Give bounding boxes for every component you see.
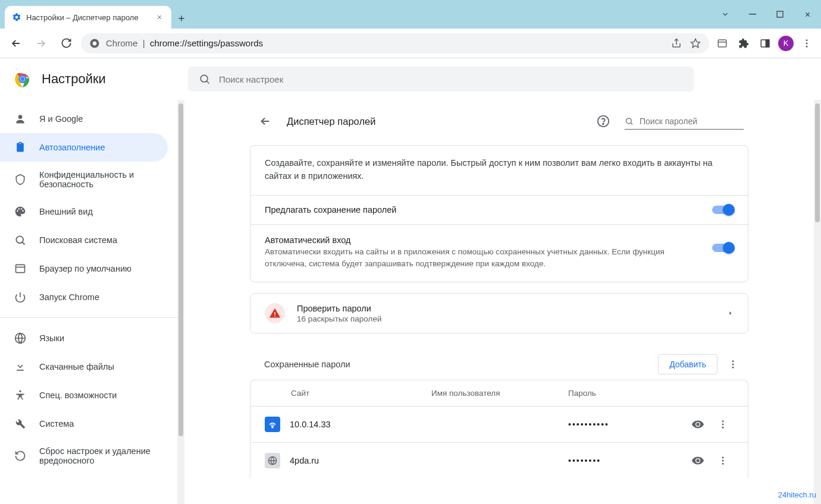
watermark: 24hitech.ru — [778, 490, 816, 499]
sidebar-item-you-google[interactable]: Я и Google — [0, 105, 168, 133]
svg-point-39 — [722, 460, 724, 462]
chevron-down-icon[interactable] — [712, 0, 739, 29]
sidebar-item-label: Сброс настроек и удаление вредоносного — [39, 446, 153, 465]
main-content: Диспетчер паролей Создавайте, сохраняйте… — [177, 100, 821, 504]
browser-tab[interactable]: Настройки – Диспетчер пароле — [5, 6, 171, 29]
share-icon[interactable] — [671, 38, 682, 49]
sidebar-item-label: Запуск Chrome — [39, 292, 99, 302]
sidebar-item-label: Автозаполнение — [39, 143, 105, 152]
new-tab-button[interactable] — [171, 8, 192, 29]
password-search-input[interactable] — [640, 116, 744, 126]
sidebar-item-label: Спец. возможности — [39, 390, 117, 400]
sidebar-item-default-browser[interactable]: Браузер по умолчанию — [0, 254, 168, 283]
palette-icon — [14, 206, 26, 218]
address-bar[interactable]: Chrome | chrome://settings/passwords — [81, 33, 709, 53]
more-options-button[interactable] — [722, 354, 744, 375]
site-icon — [265, 417, 280, 432]
profile-avatar[interactable]: K — [778, 36, 794, 51]
row-more-button[interactable] — [712, 414, 734, 435]
check-passwords-card: Проверить пароли 16 раскрытых паролей — [250, 293, 748, 333]
auto-signin-toggle[interactable] — [712, 244, 734, 252]
site-name: 10.0.14.33 — [290, 420, 331, 429]
row-title: Предлагать сохранение паролей — [265, 205, 703, 215]
browser-menu-icon[interactable] — [798, 35, 815, 52]
saved-passwords-header: Сохраненные пароли Добавить — [250, 349, 748, 380]
close-tab-icon[interactable] — [155, 12, 164, 22]
sidebar-item-accessibility[interactable]: Спец. возможности — [0, 381, 168, 410]
bookmark-star-icon[interactable] — [690, 38, 701, 49]
window-titlebar: Настройки – Диспетчер пароле — [0, 0, 821, 29]
svg-point-32 — [732, 367, 734, 368]
sidebar-item-search[interactable]: Поисковая система — [0, 226, 168, 254]
main-scrollbar[interactable] — [814, 100, 821, 504]
svg-point-30 — [732, 361, 734, 363]
sidebar-item-system[interactable]: Система — [0, 410, 168, 438]
show-password-button[interactable] — [687, 450, 709, 471]
search-icon — [199, 73, 211, 85]
section-back-button[interactable] — [255, 111, 276, 132]
table-row[interactable]: 10.0.14.33 •••••••••• — [250, 406, 748, 442]
sidebar-item-label: Скачанные файлы — [39, 362, 114, 371]
maximize-button[interactable] — [766, 0, 794, 29]
restore-icon — [14, 450, 26, 462]
svg-point-11 — [806, 42, 808, 44]
site-icon — [265, 453, 280, 468]
forward-button[interactable] — [31, 33, 51, 53]
svg-point-10 — [806, 39, 808, 41]
chrome-badge-icon — [89, 38, 100, 49]
sidebar-item-languages[interactable]: Языки — [0, 324, 168, 352]
side-panel-icon[interactable] — [757, 35, 773, 52]
gear-icon — [12, 12, 21, 22]
page-title: Настройки — [42, 71, 106, 87]
chevron-right-icon — [728, 309, 734, 317]
sidebar-item-privacy[interactable]: Конфиденциальность и безопасность — [0, 162, 168, 197]
pass-cell: •••••••••• — [568, 420, 687, 429]
sidebar-item-autofill[interactable]: Автозаполнение — [0, 133, 168, 162]
extensions-icon[interactable] — [735, 35, 752, 52]
sidebar-item-reset[interactable]: Сброс настроек и удаление вредоносного — [0, 438, 168, 474]
offer-save-toggle[interactable] — [712, 206, 734, 214]
person-icon — [14, 113, 26, 125]
offer-save-row: Предлагать сохранение паролей — [250, 196, 748, 224]
col-pass: Пароль — [568, 389, 734, 398]
svg-point-25 — [19, 390, 21, 392]
col-user: Имя пользователя — [431, 389, 568, 398]
row-more-button[interactable] — [712, 450, 734, 471]
minimize-button[interactable] — [739, 0, 766, 29]
check-passwords-row[interactable]: Проверить пароли 16 раскрытых паролей — [250, 294, 748, 333]
reload-button[interactable] — [56, 33, 76, 53]
password-search[interactable] — [625, 114, 744, 130]
svg-point-16 — [21, 77, 25, 81]
sidebar-item-label: Я и Google — [39, 114, 83, 124]
svg-rect-0 — [749, 14, 756, 15]
svg-point-3 — [93, 41, 97, 45]
svg-point-35 — [722, 424, 724, 426]
passwords-table: Сайт Имя пользователя Пароль 10.0.14.33 … — [250, 380, 748, 478]
back-button[interactable] — [6, 33, 26, 53]
add-password-button[interactable]: Добавить — [658, 354, 717, 374]
sidebar-item-startup[interactable]: Запуск Chrome — [0, 283, 168, 311]
sidebar-item-appearance[interactable]: Внешний вид — [0, 197, 168, 226]
row-title: Автоматический вход — [265, 235, 703, 245]
svg-point-40 — [722, 463, 724, 465]
show-password-button[interactable] — [687, 414, 709, 435]
sidebar-item-label: Конфиденциальность и безопасность — [39, 170, 153, 189]
search-settings[interactable] — [188, 67, 694, 92]
search-settings-input[interactable] — [219, 74, 683, 84]
sidebar-item-label: Поисковая система — [39, 235, 117, 245]
sidebar-item-label: Языки — [39, 333, 64, 343]
svg-rect-22 — [16, 264, 25, 272]
description-text: Создавайте, сохраняйте и изменяйте парол… — [250, 146, 748, 196]
sidebar-item-downloads[interactable]: Скачанные файлы — [0, 352, 168, 381]
accessibility-icon — [14, 389, 26, 401]
svg-point-38 — [722, 457, 724, 459]
svg-rect-5 — [718, 40, 726, 47]
svg-rect-9 — [766, 40, 769, 47]
svg-point-26 — [598, 116, 609, 127]
table-row[interactable]: 4pda.ru •••••••• — [250, 442, 748, 478]
close-window-button[interactable] — [794, 0, 821, 29]
sidebar-item-label: Браузер по умолчанию — [39, 264, 131, 273]
sidebar-item-label: Система — [39, 419, 74, 429]
reading-list-icon[interactable] — [714, 35, 731, 52]
help-button[interactable] — [593, 111, 614, 132]
